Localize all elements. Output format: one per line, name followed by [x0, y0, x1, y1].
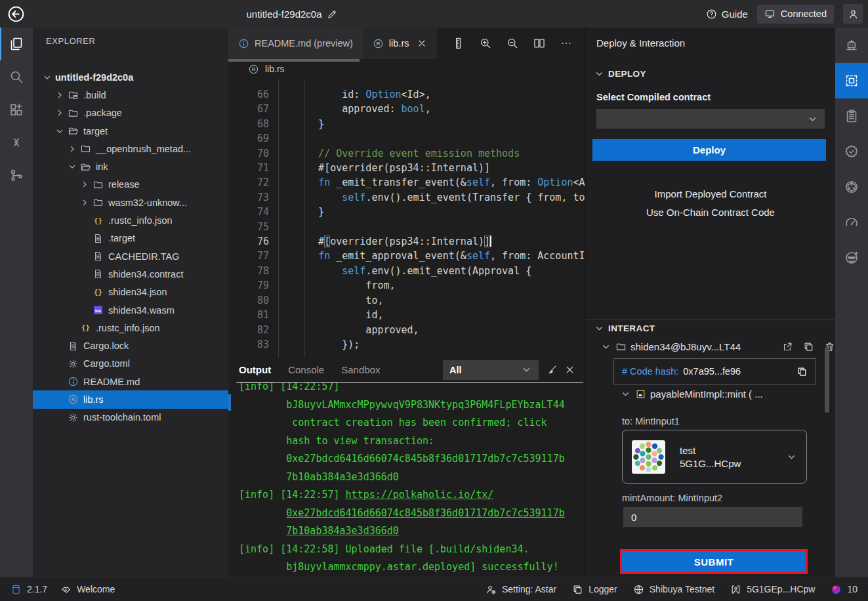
contract-row[interactable]: shiden34@bJ8uyv...LT44	[600, 341, 835, 352]
copy-icon[interactable]	[803, 341, 814, 352]
split-editor-icon[interactable]	[533, 37, 546, 50]
activity-item-assistant[interactable]	[835, 28, 868, 63]
section-divider	[586, 320, 835, 320]
method-label: payableMintImpl::mint ( ...	[650, 388, 763, 400]
guide-button[interactable]: Guide	[706, 9, 748, 20]
avatar-button[interactable]	[843, 4, 863, 24]
import-contract-link[interactable]: Import Deployed Contract	[586, 188, 835, 199]
tree-item-cargo-lock[interactable]: Cargo.lock	[33, 337, 228, 354]
status-item-balance[interactable]: 10	[831, 584, 858, 595]
tree-item-shiden34-contract[interactable]: shiden34.contract	[33, 265, 228, 283]
activity-item-benchmark[interactable]	[835, 205, 868, 240]
close-tab-icon[interactable]	[417, 38, 427, 49]
tree-item-cargo-toml[interactable]: Cargo.toml	[33, 355, 228, 373]
tree-item-release[interactable]: release	[33, 176, 228, 194]
breadcrumb[interactable]: R lib.rs	[228, 59, 586, 79]
activity-item-tasks[interactable]	[835, 98, 868, 134]
edit-title-icon[interactable]	[327, 9, 338, 20]
code-text: approved,	[295, 323, 419, 337]
tab-readme-md-preview-[interactable]: README.md (preview)	[228, 28, 363, 59]
deploy-button[interactable]: Deploy	[592, 139, 826, 161]
activity-item-deploy-interaction[interactable]	[835, 63, 868, 98]
tree-item-cachedir-tag[interactable]: CACHEDIR.TAG	[33, 247, 228, 265]
tab-lib-rs[interactable]: Rlib.rs	[363, 28, 438, 59]
log-link[interactable]: 7b10ab384a3e3d366d0	[286, 525, 399, 537]
close-panel-icon[interactable]	[564, 364, 575, 375]
account-select[interactable]: test 5G1G...HCpw	[622, 430, 807, 484]
method-row[interactable]: payableMintImpl::mint ( ...	[620, 388, 835, 400]
activity-item-explorer[interactable]	[0, 28, 33, 60]
open-external-icon[interactable]	[782, 341, 793, 352]
status-item-welcome[interactable]: Welcome	[60, 584, 115, 595]
person-icon	[848, 9, 859, 20]
code-line-74: 74 }	[228, 205, 586, 219]
minimap-toggle-icon[interactable]	[452, 37, 465, 50]
chevron-down-icon	[594, 323, 605, 334]
activity-item-fun-mode[interactable]	[835, 240, 868, 276]
submit-button[interactable]: SUBMIT	[622, 551, 806, 572]
status-item-setting[interactable]: Setting: Astar	[486, 584, 556, 595]
log-filter-select[interactable]: All	[443, 360, 539, 380]
status-item-network[interactable]: Shibuya Testnet	[633, 584, 714, 595]
onchain-code-link[interactable]: Use On-Chain Contract Code	[586, 207, 835, 218]
tree-item-lib-rs[interactable]: Rlib.rs	[33, 390, 228, 408]
tree-item-untitled-f29d2c0a[interactable]: untitled-f29d2c0a	[33, 68, 228, 86]
question-icon	[706, 9, 717, 20]
activity-item-openai-chat[interactable]	[835, 169, 868, 205]
tab-scrollbar[interactable]	[228, 59, 360, 62]
tree-item-rust-toolchain-toml[interactable]: rust-toolchain.toml	[33, 409, 228, 426]
code-text: fn _emit_transfer_event(&self, from: Opt…	[295, 175, 586, 190]
status-item-logger[interactable]: Logger	[572, 584, 617, 595]
status-item-label: Shibuya Testnet	[650, 584, 714, 594]
copy-hash-icon[interactable]	[796, 366, 808, 377]
log-link[interactable]: https://polkaholic.io/tx/	[346, 489, 494, 501]
tree-item-shiden34-wasm[interactable]: WAshiden34.wasm	[33, 301, 228, 319]
tree-item-target[interactable]: target	[33, 122, 228, 140]
tree-item--build[interactable]: .build	[33, 86, 228, 104]
zoom-in-icon[interactable]	[479, 37, 492, 50]
code-line-73: 73 self.env().emit_event(Transfer { from…	[228, 190, 586, 205]
activity-item-search[interactable]	[0, 60, 33, 93]
status-item-version[interactable]: 2.1.7	[10, 584, 47, 595]
left-activity-bar	[0, 28, 33, 577]
activity-item-new-panel[interactable]	[0, 93, 33, 126]
svg-text:{}: {}	[94, 217, 102, 225]
connected-button[interactable]: Connected	[757, 5, 834, 24]
activity-item-collapse-panels[interactable]	[0, 126, 33, 159]
select-contract-label: Select Compiled contract	[596, 92, 711, 102]
tree-item--package[interactable]: .package	[33, 104, 228, 122]
log-line: [info] [14:22:58] Uploaded file [.build/…	[239, 541, 586, 559]
code-editor[interactable]: 66 id: Option<Id>,67 approved: bool,68 }…	[228, 79, 586, 366]
tree-item--openbrush-metad-[interactable]: __openbrush_metad...	[33, 140, 228, 157]
tab-label: README.md (preview)	[255, 38, 353, 49]
tree-item-label: untitled-f29d2c0a	[55, 72, 133, 83]
workspace-title-group: untitled-f29d2c0a	[230, 0, 354, 28]
code-text: // Override event emission methods	[295, 146, 520, 161]
zoom-out-icon[interactable]	[506, 37, 519, 50]
deploy-section-header[interactable]: DEPLOY	[594, 68, 646, 79]
tree-item-readme-md[interactable]: README.md	[33, 373, 228, 390]
tree-item-label: rust-toolchain.toml	[83, 412, 161, 423]
tree-item--rustc-info-json[interactable]: {}.rustc_info.json	[33, 211, 228, 229]
tree-item--rustc-info-json[interactable]: {}.rustc_info.json	[33, 319, 228, 337]
tree-item--target[interactable]: .target	[33, 230, 228, 247]
tree-item-shiden34-json[interactable]: {}shiden34.json	[33, 283, 228, 301]
interact-section-header[interactable]: INTERACT	[594, 323, 655, 334]
line-number: 74	[228, 205, 283, 219]
compiled-contract-select[interactable]	[596, 109, 825, 129]
log-link[interactable]: 0xe27bdcd6416d66074c845b8f36d01717db7c7c…	[286, 507, 564, 519]
right-activity-bar	[835, 28, 868, 577]
status-item-account[interactable]: 5G1GEp...HCpw	[730, 584, 815, 595]
tree-item-label: wasm32-unknow...	[108, 197, 187, 208]
amount-input[interactable]: 0	[623, 507, 802, 527]
activity-item-verified[interactable]	[835, 134, 868, 169]
clear-output-icon[interactable]	[547, 364, 558, 375]
file-icon	[93, 251, 104, 262]
tree-item-ink[interactable]: ink	[33, 157, 228, 175]
activity-item-source-control[interactable]	[0, 159, 33, 192]
side-panel-title: Deploy & Interaction	[586, 28, 835, 59]
back-button[interactable]	[7, 5, 26, 24]
tree-item-wasm32-unknow-[interactable]: wasm32-unknow...	[33, 194, 228, 211]
more-actions-icon[interactable]	[560, 37, 573, 50]
side-panel-scrollbar[interactable]	[825, 347, 829, 413]
